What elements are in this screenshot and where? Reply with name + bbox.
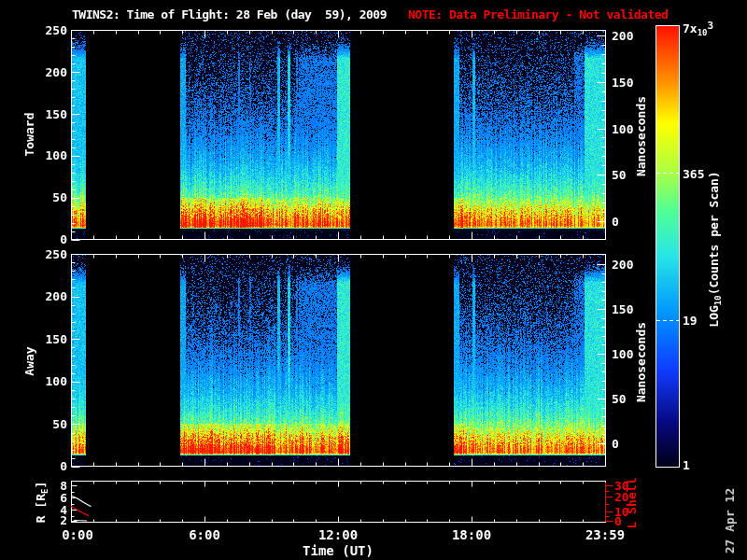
- time-tick-label: 12:00: [306, 528, 370, 541]
- nanoseconds-label-bottom: Nanoseconds: [635, 322, 647, 402]
- x-axis-title: Time (UT): [198, 544, 478, 557]
- preliminary-note: NOTE: Data Preliminary - Not validated: [408, 8, 668, 21]
- plot-title: TWINS2: Time of Flight: 28 Feb (day 59),…: [72, 8, 387, 21]
- ns-tick-label: 50: [612, 393, 627, 405]
- tof-tick-label: 200: [26, 66, 67, 78]
- tof-tick-label: 100: [26, 149, 67, 161]
- time-tick-label: 6:00: [173, 528, 236, 541]
- ns-tick-label: 0: [612, 216, 619, 228]
- ns-tick-label: 150: [612, 303, 633, 315]
- nanoseconds-label-top: Nanoseconds: [635, 96, 647, 176]
- ns-tick-label: 100: [612, 348, 633, 360]
- tof-tick-label: 150: [26, 108, 67, 120]
- tof-tick-label: 50: [26, 191, 67, 203]
- ns-tick-label: 150: [612, 77, 633, 89]
- tof-tick-label: 200: [26, 290, 67, 302]
- spectrogram-canvas: [0, 0, 747, 560]
- date-stamp: 27 Apr 12: [724, 488, 736, 553]
- tof-tick-label: 250: [26, 24, 67, 36]
- colorbar-caption: LOG10(Counts per Scan): [708, 171, 723, 327]
- tof-tick-label: 50: [26, 418, 67, 430]
- away-axis-label: Away: [23, 346, 35, 375]
- r-tick-label: 2: [43, 514, 67, 526]
- colorbar-tick-365: 365: [683, 168, 704, 180]
- time-tick-label: 23:59: [573, 528, 637, 541]
- tof-tick-label: 0: [26, 460, 67, 472]
- colorbar-top-tick-label: 7x103: [683, 21, 713, 37]
- ns-tick-label: 0: [612, 438, 619, 450]
- plot-root: TWINS2: Time of Flight: 28 Feb (day 59),…: [0, 0, 747, 560]
- time-tick-label: 18:00: [440, 528, 503, 541]
- l-shell-tick-label: 20: [614, 491, 629, 503]
- tof-tick-label: 150: [26, 333, 67, 345]
- colorbar-tick-19: 19: [683, 315, 698, 327]
- ns-tick-label: 200: [612, 259, 633, 271]
- time-tick-label: 0:00: [46, 528, 109, 541]
- ns-tick-label: 50: [612, 169, 627, 181]
- tof-tick-label: 100: [26, 375, 67, 387]
- ns-tick-label: 100: [612, 123, 633, 135]
- ns-tick-label: 200: [612, 30, 633, 42]
- colorbar-tick-1: 1: [683, 459, 690, 471]
- tof-tick-label: 250: [26, 248, 67, 260]
- l-shell-tick-label: 0: [614, 515, 622, 527]
- tof-tick-label: 0: [26, 233, 67, 245]
